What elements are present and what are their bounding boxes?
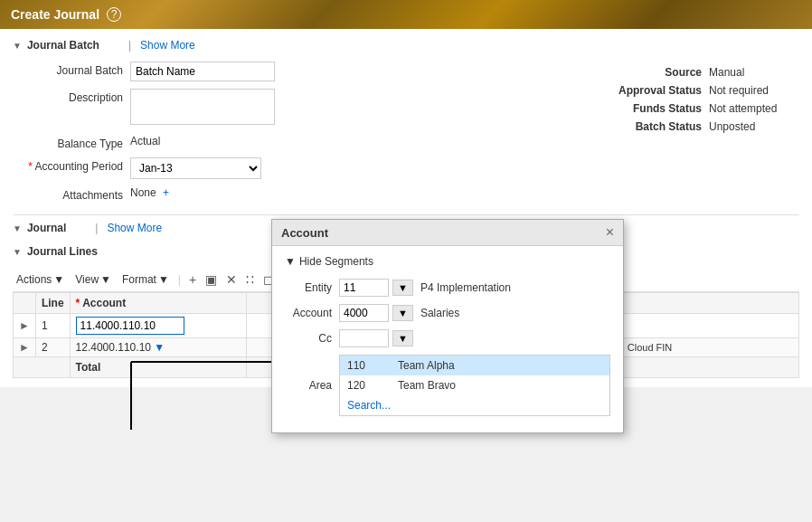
account-desc: Salaries xyxy=(420,307,459,319)
source-value: Manual xyxy=(709,66,799,79)
col-account-header: Account xyxy=(70,293,247,314)
format-button[interactable]: Format ▼ xyxy=(118,271,173,288)
approval-status-row: Approval Status Not required xyxy=(415,84,799,97)
journal-batch-section-header: ▼ Journal Batch ? | Show More xyxy=(13,38,799,52)
col-expand xyxy=(14,293,36,314)
area-item-120-code: 120 xyxy=(347,379,383,392)
account-input-group: ▼ Salaries xyxy=(339,304,610,322)
account-modal: Account × ▼ Hide Segments Entity ▼ P4 Im… xyxy=(271,219,624,433)
merge-button[interactable]: ∷ xyxy=(243,271,257,288)
row1-account-input[interactable] xyxy=(76,317,184,335)
area-search-container: Search... xyxy=(340,395,609,415)
cc-dropdown-btn[interactable]: ▼ xyxy=(392,330,413,346)
journal-batch-input[interactable] xyxy=(130,62,275,81)
header-help-icon[interactable]: ? xyxy=(107,7,121,22)
modal-title: Account xyxy=(281,226,328,240)
view-label: View xyxy=(75,273,99,286)
area-item-120-name: Team Bravo xyxy=(398,379,456,392)
row1-expand[interactable]: ► xyxy=(14,314,36,338)
row2-account-action-icon[interactable]: ▼ xyxy=(154,341,165,354)
hide-segments-triangle: ▼ xyxy=(285,255,296,268)
add-attachment-icon[interactable]: + xyxy=(163,186,169,199)
area-dropdown-list: 110 Team Alpha 120 Team Bravo Search... xyxy=(339,355,610,416)
journal-help-icon[interactable]: ? xyxy=(71,221,86,235)
journal-batch-form: Journal Batch Description Balance Type A… xyxy=(13,62,799,209)
actions-button[interactable]: Actions ▼ xyxy=(13,271,68,288)
view-dropdown-icon: ▼ xyxy=(100,273,111,286)
batch-status-label: Batch Status xyxy=(593,120,702,133)
source-label: Source xyxy=(593,66,702,79)
funds-status-value: Not attempted xyxy=(709,102,799,115)
accounting-period-value: Jan-13 xyxy=(130,157,397,179)
area-search-link[interactable]: Search... xyxy=(347,399,391,412)
toolbar-sep1: | xyxy=(176,273,183,286)
copy-row-button[interactable]: ▣ xyxy=(203,271,220,288)
area-dropdown-container: 110 Team Alpha 120 Team Bravo Search... xyxy=(339,355,610,416)
hide-segments-toggle[interactable]: ▼ Hide Segments xyxy=(285,255,610,268)
journal-batch-value xyxy=(130,62,397,81)
journal-batch-show-more[interactable]: Show More xyxy=(140,39,195,52)
journal-lines-collapse-icon[interactable]: ▼ xyxy=(13,247,22,257)
description-input[interactable] xyxy=(130,89,275,125)
view-button[interactable]: View ▼ xyxy=(71,271,115,288)
description-label: Description xyxy=(13,89,130,104)
funds-status-row: Funds Status Not attempted xyxy=(415,102,799,115)
attachments-row: Attachments None + xyxy=(13,186,397,202)
journal-title: Journal xyxy=(27,222,66,234)
entity-desc: P4 Implementation xyxy=(420,281,511,294)
area-item-110[interactable]: 110 Team Alpha xyxy=(340,356,609,375)
accounting-period-label: Accounting Period xyxy=(13,157,130,173)
journal-collapse-icon[interactable]: ▼ xyxy=(13,223,22,233)
actions-dropdown-icon: ▼ xyxy=(53,273,64,286)
row2-account: 12.4000.110.10 ▼ xyxy=(70,338,247,357)
row1-account xyxy=(70,314,247,338)
source-row: Source Manual xyxy=(415,66,799,79)
entity-row: Entity ▼ P4 Implementation xyxy=(285,279,610,297)
row2-expand[interactable]: ► xyxy=(14,338,36,357)
total-text: Total xyxy=(70,357,247,378)
modal-body: ▼ Hide Segments Entity ▼ P4 Implementati… xyxy=(272,246,623,432)
actions-label: Actions xyxy=(16,273,52,286)
row2-expand-icon[interactable]: ► xyxy=(19,341,30,354)
description-row: Description xyxy=(13,89,397,128)
journal-show-more[interactable]: Show More xyxy=(107,222,162,234)
modal-close-button[interactable]: × xyxy=(606,225,614,240)
area-label: Area xyxy=(285,379,339,392)
entity-label: Entity xyxy=(285,281,339,294)
pipe-divider: | xyxy=(128,39,131,52)
journal-pipe: | xyxy=(95,222,98,234)
account-modal-input[interactable] xyxy=(339,304,389,322)
col-line-header: Line xyxy=(35,293,70,314)
area-item-120[interactable]: 120 Team Bravo xyxy=(340,375,609,395)
journal-batch-row: Journal Batch xyxy=(13,62,397,81)
cc-row: Cc ▼ xyxy=(285,329,610,347)
journal-lines-help-icon[interactable]: ? xyxy=(103,244,118,259)
journal-batch-collapse-icon[interactable]: ▼ xyxy=(13,41,22,51)
form-left: Journal Batch Description Balance Type A… xyxy=(13,62,397,209)
accounting-period-row: Accounting Period Jan-13 xyxy=(13,157,397,179)
row1-expand-icon[interactable]: ► xyxy=(19,319,30,332)
account-label: Account xyxy=(285,307,339,319)
main-content: ▼ Journal Batch ? | Show More Journal Ba… xyxy=(0,29,812,387)
journal-batch-help-icon[interactable]: ? xyxy=(105,38,119,52)
form-right: Source Manual Approval Status Not requir… xyxy=(415,62,799,209)
description-value xyxy=(130,89,397,128)
page-title: Create Journal xyxy=(11,7,99,22)
add-row-button[interactable]: + xyxy=(186,271,199,288)
journal-batch-title: Journal Batch xyxy=(27,39,99,52)
entity-input[interactable] xyxy=(339,279,389,297)
cc-input[interactable] xyxy=(339,329,389,347)
balance-type-label: Balance Type xyxy=(13,135,130,150)
attachments-value: None + xyxy=(130,186,397,199)
delete-row-button[interactable]: ✕ xyxy=(223,271,240,288)
hide-segments-label: Hide Segments xyxy=(299,255,373,268)
batch-status-value: Unposted xyxy=(709,120,799,133)
page-header: Create Journal ? xyxy=(0,0,812,29)
accounting-period-select[interactable]: Jan-13 xyxy=(130,157,261,179)
entity-dropdown-btn[interactable]: ▼ xyxy=(392,280,413,296)
balance-type-value: Actual xyxy=(130,135,397,147)
account-dropdown-btn[interactable]: ▼ xyxy=(392,305,413,321)
row1-line: 1 xyxy=(35,314,70,338)
accounting-period-select-wrapper: Jan-13 xyxy=(130,157,397,179)
balance-type-row: Balance Type Actual xyxy=(13,135,397,150)
